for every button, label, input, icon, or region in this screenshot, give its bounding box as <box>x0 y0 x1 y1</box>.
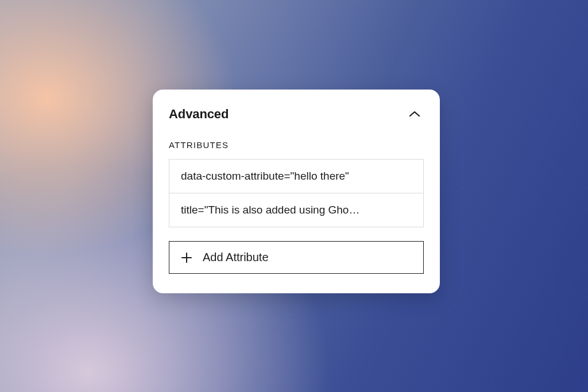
panel-title: Advanced <box>169 107 229 122</box>
attribute-list: data-custom-attribute="hello there" titl… <box>169 159 424 227</box>
panel-header[interactable]: Advanced <box>169 107 424 122</box>
add-attribute-button[interactable]: Add Attribute <box>169 241 424 274</box>
attribute-item[interactable]: title="This is also added using Gho… <box>169 193 423 227</box>
attributes-label: ATTRIBUTES <box>169 140 424 150</box>
chevron-up-icon <box>409 111 420 118</box>
advanced-panel: Advanced ATTRIBUTES data-custom-attribut… <box>153 90 440 293</box>
plus-icon <box>181 252 192 263</box>
attribute-item[interactable]: data-custom-attribute="hello there" <box>169 160 423 193</box>
add-attribute-label: Add Attribute <box>203 251 269 264</box>
